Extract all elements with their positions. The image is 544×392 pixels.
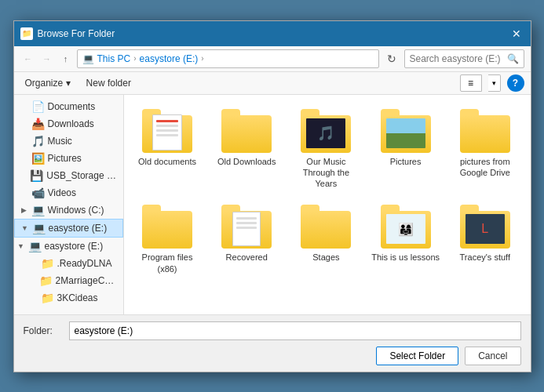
sidebar-item-readydlna[interactable]: 📁 .ReadyDLNA xyxy=(14,255,123,272)
folder-icon-lg xyxy=(218,106,275,153)
tree-arrow: ▶ xyxy=(20,206,28,214)
sidebar-item-easystore[interactable]: ▼ 💻 easystore (E:) xyxy=(14,219,123,238)
sidebar-item-usb[interactable]: 💾 USB_Storage Re... xyxy=(14,167,123,184)
tree-arrow: ▼ xyxy=(21,224,29,232)
sidebar-item-windows[interactable]: ▶ 💻 Windows (C:) xyxy=(14,201,123,219)
sidebar-label: .ReadyDLNA xyxy=(57,258,112,269)
dialog-icon: 📁 xyxy=(20,27,33,40)
sidebar-item-documents[interactable]: 📄 Documents xyxy=(14,98,123,115)
sidebar: 📄 Documents 📥 Downloads 🎵 Music 🖼️ Pictu… xyxy=(14,95,124,314)
forward-button[interactable]: → xyxy=(39,51,55,67)
sidebar-label: Pictures xyxy=(48,153,82,164)
organize-arrow: ▾ xyxy=(66,78,71,89)
folder-icon-lg xyxy=(139,201,195,249)
select-folder-button[interactable]: Select Folder xyxy=(376,347,458,365)
folder-icon: 📄 xyxy=(31,100,45,113)
close-button[interactable]: ✕ xyxy=(509,26,524,42)
folder-item-recovered[interactable]: Recovered xyxy=(210,197,284,279)
search-input[interactable] xyxy=(410,53,504,64)
folder-item-pictures[interactable]: Pictures xyxy=(368,101,443,194)
folder-icon: 📁 xyxy=(39,274,53,287)
folder-name: Old Downloads xyxy=(217,156,276,167)
sidebar-item-downloads[interactable]: 📥 Downloads xyxy=(14,115,123,132)
search-bar: 🔍 xyxy=(404,49,524,68)
folder-name: Stages xyxy=(312,252,339,263)
folder-icon-lg: L xyxy=(457,201,513,249)
folder-item-lessons[interactable]: 👨‍👩‍👧 This is us lessons xyxy=(368,197,443,279)
view-dropdown-button[interactable]: ▾ xyxy=(488,74,501,92)
folder-icon-lg xyxy=(298,201,354,249)
folder-path-row: Folder: xyxy=(24,321,521,340)
folder-icon: 🎵 xyxy=(31,135,45,147)
folder-name: This is us lessons xyxy=(371,252,440,263)
help-button[interactable]: ? xyxy=(507,74,524,92)
drive-icon: 💻 xyxy=(31,204,45,216)
folder-item-stages[interactable]: Stages xyxy=(289,197,363,279)
folder-item-old-downloads[interactable]: Old Downloads xyxy=(210,101,284,194)
folder-icon-lg xyxy=(139,106,195,153)
drive-icon: 💻 xyxy=(28,240,42,252)
folder-item-program-files[interactable]: Program files (x86) xyxy=(130,197,205,279)
folder-name: pictures from Google Drive xyxy=(451,156,519,179)
browse-folder-dialog: 📁 Browse For Folder ✕ ← → ↑ 💻 This PC › … xyxy=(13,20,531,372)
sidebar-label: easystore (E:) xyxy=(49,223,108,234)
folder-label: Folder: xyxy=(24,325,63,336)
folder-item-google-drive[interactable]: pictures from Google Drive xyxy=(447,101,522,194)
search-icon: 🔍 xyxy=(507,53,519,64)
sidebar-item-2marriage[interactable]: 📁 2MarriageConfe... xyxy=(14,272,123,289)
folder-icon: 🖼️ xyxy=(31,152,45,165)
folder-icon-lg xyxy=(378,106,434,153)
breadcrumb-thispc[interactable]: This PC xyxy=(97,53,131,64)
dialog-title: Browse For Folder xyxy=(38,28,504,39)
folder-icon: 📁 xyxy=(41,292,54,304)
refresh-button[interactable]: ↻ xyxy=(382,49,401,68)
toolbar: Organize ▾ New folder ≡ ▾ ? xyxy=(14,72,531,95)
folder-name: Recovered xyxy=(226,252,268,263)
organize-button[interactable]: Organize ▾ xyxy=(20,76,75,90)
folder-icon: 📥 xyxy=(31,118,45,130)
folder-name: Pictures xyxy=(390,156,422,167)
sidebar-label: Windows (C:) xyxy=(48,205,104,216)
back-button[interactable]: ← xyxy=(20,51,36,67)
sidebar-item-easystore-sub[interactable]: ▼ 💻 easystore (E:) xyxy=(14,238,123,255)
sidebar-item-videos[interactable]: 📹 Videos xyxy=(14,184,123,201)
folder-icon-lg xyxy=(457,106,513,153)
title-bar: 📁 Browse For Folder ✕ xyxy=(14,21,531,46)
view-button[interactable]: ≡ xyxy=(460,74,482,92)
main-area: 📄 Documents 📥 Downloads 🎵 Music 🖼️ Pictu… xyxy=(14,95,531,314)
folder-path-input[interactable] xyxy=(69,321,521,340)
sidebar-label: 3KCideas xyxy=(57,292,98,303)
folder-icon: 📁 xyxy=(41,257,54,270)
folder-icon-lg xyxy=(218,201,275,249)
sidebar-label: 2MarriageConfe... xyxy=(56,275,117,286)
drive-icon: 💻 xyxy=(32,222,46,234)
sidebar-item-music[interactable]: 🎵 Music xyxy=(14,132,123,150)
folder-icon-lg: 👨‍👩‍👧 xyxy=(378,201,434,249)
sidebar-label: Documents xyxy=(48,101,96,112)
up-button[interactable]: ↑ xyxy=(58,51,74,67)
sidebar-item-3kcideas[interactable]: 📁 3KCideas xyxy=(14,289,123,307)
folder-item-tracey[interactable]: L Tracey's stuff xyxy=(447,197,522,279)
breadcrumb-drive[interactable]: easystore (E:) xyxy=(140,53,199,64)
new-folder-label: New folder xyxy=(86,78,131,89)
sidebar-label: Music xyxy=(48,136,72,147)
sidebar-label: Downloads xyxy=(48,118,94,129)
sidebar-label: USB_Storage Re... xyxy=(46,170,116,181)
organize-label: Organize xyxy=(25,78,64,89)
sidebar-label: easystore (E:) xyxy=(45,241,104,252)
folders-grid: Old documents Old Downloads xyxy=(130,101,524,279)
new-folder-button[interactable]: New folder xyxy=(82,76,136,90)
btn-row: Select Folder Cancel xyxy=(24,347,521,365)
folder-name: Program files (x86) xyxy=(133,252,202,274)
folder-name: Old documents xyxy=(138,156,196,167)
folder-icon: 📹 xyxy=(31,187,45,199)
cancel-button[interactable]: Cancel xyxy=(465,347,520,365)
folder-name: Tracey's stuff xyxy=(460,252,510,263)
breadcrumb[interactable]: 💻 This PC › easystore (E:) › xyxy=(77,49,379,68)
sidebar-item-pictures[interactable]: 🖼️ Pictures xyxy=(14,150,123,167)
folder-item-old-documents[interactable]: Old documents xyxy=(130,101,205,194)
folder-item-music[interactable]: 🎵 Our Music Through the Years xyxy=(289,101,363,194)
sidebar-label: Videos xyxy=(48,187,76,198)
file-area: Old documents Old Downloads xyxy=(124,95,531,314)
folder-icon-lg: 🎵 xyxy=(298,106,354,153)
